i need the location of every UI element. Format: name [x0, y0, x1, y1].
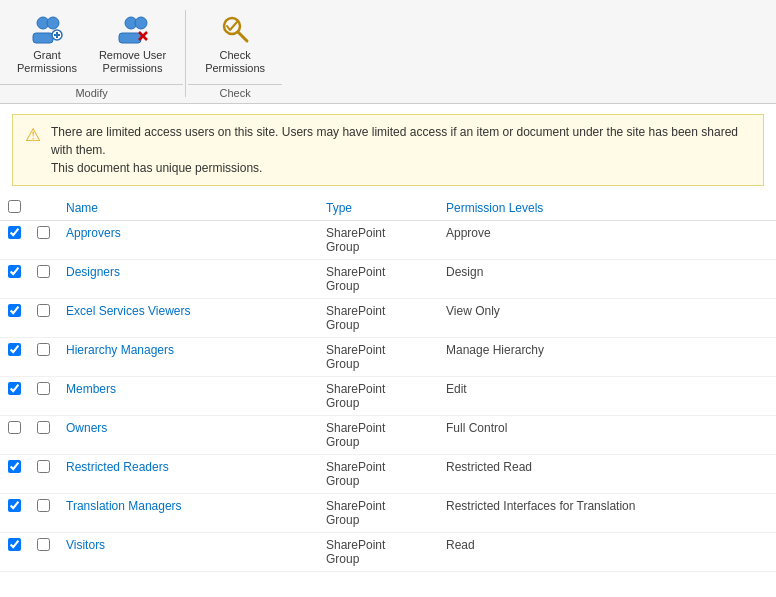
row-8-type: SharePointGroup — [318, 533, 438, 572]
table-row: MembersSharePointGroupEdit — [0, 377, 776, 416]
row-4-name-link[interactable]: Members — [66, 382, 116, 396]
table-row: Excel Services ViewersSharePointGroupVie… — [0, 299, 776, 338]
row-2-checkbox1[interactable] — [8, 304, 21, 317]
select-all-checkbox[interactable] — [8, 200, 21, 213]
row-4-checkbox1[interactable] — [8, 382, 21, 395]
toolbar-group-check: CheckPermissions Check — [188, 4, 282, 103]
header-name: Name — [58, 196, 318, 221]
row-1-checkbox1[interactable] — [8, 265, 21, 278]
header-checkbox-all[interactable] — [0, 196, 29, 221]
remove-user-permissions-button[interactable]: Remove UserPermissions — [90, 8, 175, 80]
warning-line1: There are limited access users on this s… — [51, 125, 738, 157]
check-permissions-label: CheckPermissions — [205, 49, 265, 75]
row-3-type: SharePointGroup — [318, 338, 438, 377]
remove-user-permissions-label: Remove UserPermissions — [99, 49, 166, 75]
svg-rect-2 — [33, 33, 53, 43]
row-5-name-link[interactable]: Owners — [66, 421, 107, 435]
row-5-permission-level: Full Control — [438, 416, 776, 455]
row-8-name-link[interactable]: Visitors — [66, 538, 105, 552]
row-6-checkbox1[interactable] — [8, 460, 21, 473]
row-0-permission-level: Approve — [438, 221, 776, 260]
table-row: ApproversSharePointGroupApprove — [0, 221, 776, 260]
row-2-name-link[interactable]: Excel Services Viewers — [66, 304, 191, 318]
row-0-checkbox2[interactable] — [37, 226, 50, 239]
row-3-name-link[interactable]: Hierarchy Managers — [66, 343, 174, 357]
row-5-checkbox2[interactable] — [37, 421, 50, 434]
row-3-permission-level: Manage Hierarchy — [438, 338, 776, 377]
grant-permissions-button[interactable]: GrantPermissions — [8, 8, 86, 80]
row-4-permission-level: Edit — [438, 377, 776, 416]
row-1-checkbox2[interactable] — [37, 265, 50, 278]
row-2-permission-level: View Only — [438, 299, 776, 338]
row-8-permission-level: Read — [438, 533, 776, 572]
row-7-checkbox1[interactable] — [8, 499, 21, 512]
row-6-type: SharePointGroup — [318, 455, 438, 494]
table-row: Translation ManagersSharePointGroupRestr… — [0, 494, 776, 533]
table-row: Hierarchy ManagersSharePointGroupManage … — [0, 338, 776, 377]
check-group-label: Check — [188, 84, 282, 103]
row-0-name-link[interactable]: Approvers — [66, 226, 121, 240]
row-6-permission-level: Restricted Read — [438, 455, 776, 494]
row-5-checkbox1[interactable] — [8, 421, 21, 434]
header-permissions: Permission Levels — [438, 196, 776, 221]
row-2-checkbox2[interactable] — [37, 304, 50, 317]
row-7-checkbox2[interactable] — [37, 499, 50, 512]
row-5-type: SharePointGroup — [318, 416, 438, 455]
svg-point-1 — [47, 17, 59, 29]
table-row: Restricted ReadersSharePointGroupRestric… — [0, 455, 776, 494]
grant-permissions-label: GrantPermissions — [17, 49, 77, 75]
warning-text: There are limited access users on this s… — [51, 123, 751, 177]
row-3-checkbox2[interactable] — [37, 343, 50, 356]
check-permissions-button[interactable]: CheckPermissions — [196, 8, 274, 80]
check-permissions-icon — [219, 13, 251, 45]
row-3-checkbox1[interactable] — [8, 343, 21, 356]
warning-banner: ⚠ There are limited access users on this… — [12, 114, 764, 186]
row-7-name-link[interactable]: Translation Managers — [66, 499, 182, 513]
row-4-checkbox2[interactable] — [37, 382, 50, 395]
row-0-checkbox1[interactable] — [8, 226, 21, 239]
row-7-permission-level: Restricted Interfaces for Translation — [438, 494, 776, 533]
table-row: OwnersSharePointGroupFull Control — [0, 416, 776, 455]
svg-rect-8 — [119, 33, 141, 43]
modify-group-label: Modify — [0, 84, 183, 103]
row-6-checkbox2[interactable] — [37, 460, 50, 473]
svg-point-7 — [135, 17, 147, 29]
row-7-type: SharePointGroup — [318, 494, 438, 533]
row-1-permission-level: Design — [438, 260, 776, 299]
grant-permissions-icon — [31, 13, 63, 45]
remove-user-permissions-icon — [117, 13, 149, 45]
row-8-checkbox1[interactable] — [8, 538, 21, 551]
warning-icon: ⚠ — [25, 124, 41, 146]
row-2-type: SharePointGroup — [318, 299, 438, 338]
warning-line2: This document has unique permissions. — [51, 161, 262, 175]
toolbar-divider-1 — [185, 10, 186, 97]
row-8-checkbox2[interactable] — [37, 538, 50, 551]
header-col-spacer — [29, 196, 58, 221]
row-1-name-link[interactable]: Designers — [66, 265, 120, 279]
row-0-type: SharePointGroup — [318, 221, 438, 260]
table-header-row: Name Type Permission Levels — [0, 196, 776, 221]
toolbar-group-modify: GrantPermissions Remove UserPermissions … — [0, 4, 183, 103]
table-row: DesignersSharePointGroupDesign — [0, 260, 776, 299]
row-4-type: SharePointGroup — [318, 377, 438, 416]
row-1-type: SharePointGroup — [318, 260, 438, 299]
row-6-name-link[interactable]: Restricted Readers — [66, 460, 169, 474]
svg-line-12 — [238, 32, 247, 41]
table-row: VisitorsSharePointGroupRead — [0, 533, 776, 572]
header-type: Type — [318, 196, 438, 221]
toolbar: GrantPermissions Remove UserPermissions … — [0, 0, 776, 104]
permissions-table: Name Type Permission Levels ApproversSha… — [0, 196, 776, 572]
